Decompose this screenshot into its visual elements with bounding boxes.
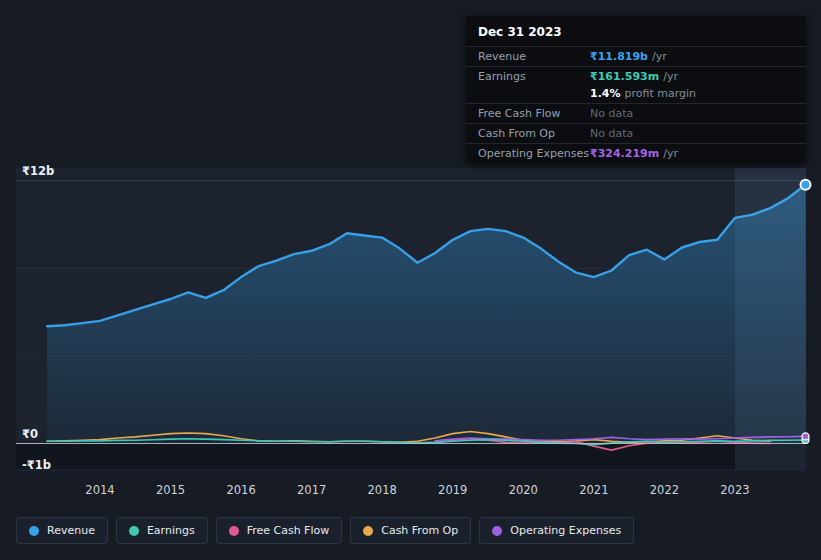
x-tick-label: 2019: [438, 483, 467, 497]
y-tick-label: -₹1b: [22, 458, 51, 472]
tooltip-row-suffix: profit margin: [625, 87, 697, 101]
legend-label: Revenue: [47, 524, 95, 537]
current-period-highlight: [735, 168, 806, 470]
tooltip-row-cash-from-op: Cash From OpNo data: [466, 123, 806, 143]
tooltip-row-label: Cash From Op: [478, 127, 590, 141]
tooltip-date: Dec 31 2023: [466, 16, 806, 46]
tooltip-row-value: ₹324.219m: [590, 147, 659, 161]
tooltip-row-revenue: Revenue₹11.819b/yr: [466, 46, 806, 66]
tooltip-row-profit-margin: 1.4%profit margin: [466, 86, 806, 103]
legend-item-earnings[interactable]: Earnings: [116, 517, 208, 544]
legend-item-cash-from-op[interactable]: Cash From Op: [350, 517, 471, 544]
below-zero-band: [16, 444, 806, 471]
tooltip-row-label: Revenue: [478, 50, 590, 64]
chart-tooltip-panel: Dec 31 2023 Revenue₹11.819b/yrEarnings₹1…: [466, 16, 806, 163]
tooltip-row-suffix: /yr: [652, 50, 667, 64]
free-cash-flow-legend-dot: [229, 526, 239, 536]
revenue-endpoint-marker: [801, 180, 811, 190]
x-tick-label: 2014: [85, 483, 114, 497]
x-tick-label: 2022: [650, 483, 679, 497]
y-tick-label: ₹0: [22, 427, 38, 441]
tooltip-row-earnings: Earnings₹161.593m/yr: [466, 66, 806, 86]
x-tick-label: 2023: [720, 483, 749, 497]
x-tick-label: 2017: [297, 483, 326, 497]
tooltip-row-label: Operating Expenses: [478, 147, 590, 161]
legend-item-operating-expenses[interactable]: Operating Expenses: [479, 517, 634, 544]
tooltip-row-suffix: /yr: [663, 70, 678, 84]
legend-item-free-cash-flow[interactable]: Free Cash Flow: [216, 517, 343, 544]
revenue-legend-dot: [29, 526, 39, 536]
tooltip-row-label: Earnings: [478, 70, 590, 84]
x-tick-label: 2015: [156, 483, 185, 497]
legend-item-revenue[interactable]: Revenue: [16, 517, 108, 544]
tooltip-row-value: No data: [590, 127, 633, 141]
chart-legend: RevenueEarningsFree Cash FlowCash From O…: [16, 517, 634, 544]
operating-expenses-legend-dot: [492, 526, 502, 536]
earnings-legend-dot: [129, 526, 139, 536]
legend-label: Operating Expenses: [510, 524, 621, 537]
tooltip-row-value: 1.4%: [590, 87, 621, 101]
tooltip-row-label: Free Cash Flow: [478, 107, 590, 121]
cash-from-op-legend-dot: [363, 526, 373, 536]
tooltip-row-operating-expenses: Operating Expenses₹324.219m/yr: [466, 143, 806, 163]
x-tick-label: 2018: [368, 483, 397, 497]
tooltip-row-value: ₹161.593m: [590, 70, 659, 84]
legend-label: Cash From Op: [381, 524, 458, 537]
y-tick-label: ₹12b: [22, 164, 54, 178]
x-tick-label: 2021: [579, 483, 608, 497]
tooltip-rows: Revenue₹11.819b/yrEarnings₹161.593m/yr1.…: [466, 46, 806, 163]
x-tick-label: 2016: [226, 483, 255, 497]
operating-expenses-endpoint-marker: [802, 433, 809, 440]
legend-label: Free Cash Flow: [247, 524, 330, 537]
tooltip-row-suffix: /yr: [663, 147, 678, 161]
tooltip-row-free-cash-flow: Free Cash FlowNo data: [466, 103, 806, 123]
x-tick-label: 2020: [509, 483, 538, 497]
tooltip-row-value: No data: [590, 107, 633, 121]
legend-label: Earnings: [147, 524, 195, 537]
tooltip-row-value: ₹11.819b: [590, 50, 648, 64]
